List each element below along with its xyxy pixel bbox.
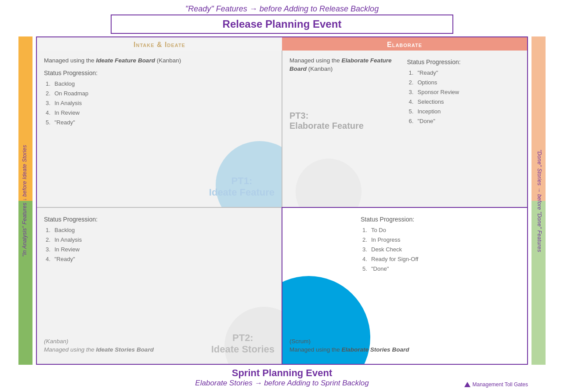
- quadrant-3-content: Status Progression: 1.Backlog 2.In Analy…: [44, 216, 275, 264]
- list-item: 4."Ready": [46, 254, 275, 264]
- q4-board-name: Elaborate Stories Board: [342, 346, 409, 353]
- q4-pt-sublabel: Elaborate Stories: [289, 239, 355, 248]
- list-item: 3.In Review: [46, 245, 275, 254]
- list-item: 3.In Analysis: [46, 98, 275, 108]
- list-item: 2.On Roadmap: [46, 89, 275, 98]
- list-item: 6."Done": [409, 116, 521, 126]
- q1-pt-sublabel: Ideate Feature: [209, 187, 275, 198]
- list-item: 1.To Do: [362, 225, 520, 235]
- list-item: 4.Selections: [409, 97, 521, 107]
- q1-board-name: Ideate Feature Board: [96, 57, 155, 64]
- elaborate-header: Elaborate: [282, 37, 527, 51]
- elaborate-stories-text: Elaborate Stories → before Adding to Spr…: [195, 379, 369, 388]
- list-item: 3.Desk Check: [362, 245, 520, 254]
- q2-pt-label: PT3: Elaborate Feature: [289, 111, 364, 131]
- q3-pt-sublabel: Ideate Stories: [211, 344, 275, 355]
- q2-board-name: Elaborate Feature Board: [289, 57, 392, 72]
- list-item: 5.Inception: [409, 107, 521, 116]
- q2-status-list: 1."Ready" 2.Options 3.Sponsor Review 4.S…: [407, 68, 521, 127]
- q4-pt-number: PT4:: [289, 227, 355, 239]
- q3-managed-text: (Kanban) Managed using the Ideate Storie…: [44, 338, 154, 354]
- list-item: 4.In Review: [46, 108, 275, 118]
- q1-pt-label: PT1: Ideate Feature: [209, 175, 275, 198]
- right-vertical-label: "Done" Stories → before "Done" Features: [528, 36, 551, 365]
- list-item: 2.In Analysis: [46, 235, 275, 245]
- q2-status-header: Status Progression:: [407, 58, 521, 65]
- q1-status-list: 1.Backlog 2.On Roadmap 3.In Analysis 4.I…: [44, 79, 275, 127]
- quadrant-4: PT4: Elaborate Stories Status Progressio…: [282, 207, 528, 365]
- sprint-planning-title: Sprint Planning Event: [232, 367, 333, 379]
- column-headers: Intake & Ideate Elaborate: [37, 37, 527, 51]
- list-item: 5."Ready": [46, 118, 275, 127]
- quadrant-2: Managed using the Elaborate Feature Boar…: [282, 51, 527, 207]
- main-grid: Intake & Ideate Elaborate Managed using …: [36, 36, 528, 365]
- left-label-text: "In Analysis" Features ↓ before Ideate S…: [22, 145, 28, 257]
- list-item: 1."Ready": [409, 68, 521, 78]
- quadrant-1: Managed using the Ideate Feature Board (…: [37, 51, 282, 207]
- q2-pt-number: PT3:: [289, 111, 364, 121]
- q4-board-type: (Scrum): [289, 338, 311, 345]
- ready-features-text: "Ready" Features → before Adding to Rele…: [185, 4, 379, 14]
- grid-bottom-row: Status Progression: 1.Backlog 2.In Analy…: [37, 208, 527, 364]
- q2-pt-sublabel: Elaborate Feature: [289, 121, 364, 131]
- list-item: 1.Backlog: [46, 79, 275, 89]
- q3-board-name: Ideate Stories Board: [96, 346, 154, 353]
- quadrant-3: Status Progression: 1.Backlog 2.In Analy…: [37, 208, 282, 364]
- quadrant-1-content: Managed using the Ideate Feature Board (…: [44, 57, 275, 127]
- q1-managed-text: Managed using the Ideate Feature Board (…: [44, 57, 275, 65]
- intake-header: Intake & Ideate: [37, 37, 282, 51]
- q1-status-header: Status Progression:: [44, 69, 275, 76]
- management-toll-gate: Management Toll Gates: [464, 381, 528, 388]
- bottom-area: Sprint Planning Event Elaborate Stories …: [13, 367, 551, 388]
- list-item: 2.Options: [409, 78, 521, 87]
- list-item: 5."Done": [362, 264, 520, 274]
- list-item: 3.Sponsor Review: [409, 87, 521, 97]
- intake-header-label: Intake & Ideate: [134, 41, 185, 48]
- q3-status-header: Status Progression:: [44, 216, 275, 223]
- right-label-container: "Done" Stories → before "Done" Features: [528, 36, 551, 365]
- q4-managed-prefix: Managed using the: [289, 346, 342, 353]
- left-label-container: "In Analysis" Features ↓ before Ideate S…: [13, 36, 36, 365]
- q4-status-list: 1.To Do 2.In Progress 3.Desk Check 4.Rea…: [361, 225, 520, 274]
- right-label-text: "Done" Stories → before "Done" Features: [536, 149, 542, 252]
- list-item: 1.Backlog: [46, 225, 275, 235]
- q4-managed-text: (Scrum) Managed using the Elaborate Stor…: [289, 338, 409, 354]
- triangle-icon: [464, 382, 470, 387]
- q3-status-list: 1.Backlog 2.In Analysis 3.In Review 4."R…: [44, 225, 275, 264]
- main-container: "Ready" Features → before Adding to Rele…: [0, 0, 564, 392]
- management-toll-label: Management Toll Gates: [472, 381, 528, 388]
- left-vertical-label: "In Analysis" Features ↓ before Ideate S…: [13, 36, 36, 365]
- grid-top-row: Managed using the Ideate Feature Board (…: [37, 51, 527, 208]
- q1-pt-number: PT1:: [209, 175, 275, 187]
- middle-section: "In Analysis" Features ↓ before Ideate S…: [13, 36, 551, 365]
- q2-managed-text: Managed using the Elaborate Feature Boar…: [289, 57, 403, 73]
- release-planning-title: Release Planning Event: [129, 18, 435, 30]
- q4-status-header: Status Progression:: [361, 216, 520, 223]
- q1-board-type: (Kanban): [157, 57, 181, 64]
- q3-board-type: (Kanban): [44, 338, 69, 345]
- top-area: "Ready" Features → before Adding to Rele…: [13, 4, 551, 34]
- q2-board-type: (Kanban): [308, 65, 333, 72]
- q4-pt-label: PT4: Elaborate Stories: [289, 227, 355, 248]
- list-item: 4.Ready for Sign-Off: [362, 254, 520, 264]
- q3-managed-prefix: Managed using the: [44, 346, 96, 353]
- list-item: 2.In Progress: [362, 235, 520, 245]
- release-planning-box: Release Planning Event: [111, 15, 453, 34]
- q3-pt-label: PT2: Ideate Stories: [211, 332, 275, 355]
- elaborate-header-label: Elaborate: [387, 41, 422, 48]
- q3-pt-number: PT2:: [211, 332, 275, 344]
